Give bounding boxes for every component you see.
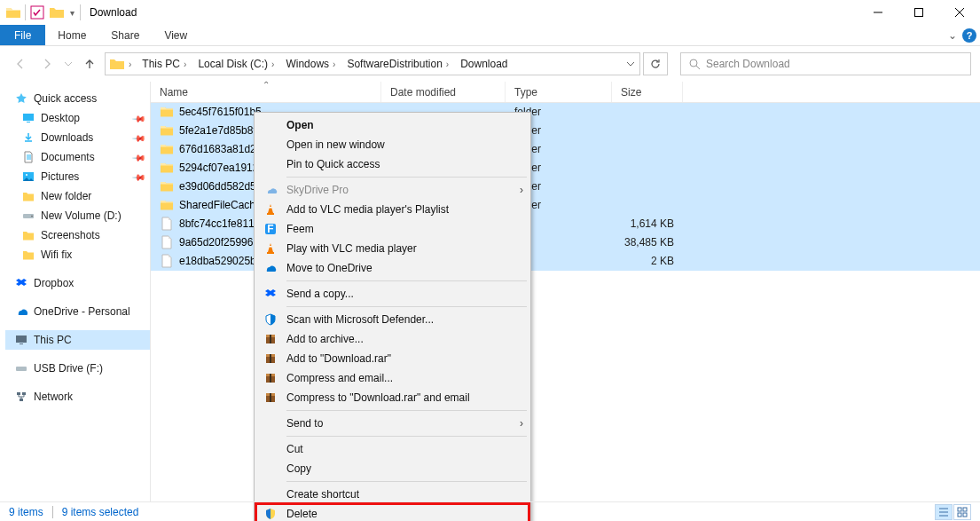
menu-item-pin-quickaccess[interactable]: Pin to Quick access: [256, 154, 529, 174]
breadcrumb-label: Local Disk (C:): [198, 58, 268, 70]
sidebar-item-downloads[interactable]: Downloads📌: [5, 128, 150, 147]
breadcrumb-segment[interactable]: Local Disk (C:)›: [191, 53, 278, 75]
column-header-type[interactable]: Type: [506, 82, 612, 102]
minimize-button[interactable]: [858, 0, 898, 25]
ribbon-expand-icon[interactable]: ⌄: [948, 29, 957, 42]
svg-rect-20: [270, 207, 272, 209]
help-button[interactable]: ?: [962, 28, 976, 43]
dropbox-icon: [14, 276, 28, 290]
star-icon: [14, 91, 28, 106]
address-bar[interactable]: › This PC› Local Disk (C:)› Windows› Sof…: [105, 52, 640, 75]
chevron-right-icon[interactable]: ›: [333, 59, 335, 69]
menu-item-scan-defender[interactable]: Scan with Microsoft Defender...: [256, 310, 529, 329]
menu-item-open[interactable]: Open: [256, 115, 529, 135]
sidebar-item-usb[interactable]: USB Drive (F:): [5, 359, 150, 378]
sidebar-item-label: Documents: [41, 151, 95, 163]
search-placeholder: Search Download: [706, 58, 790, 70]
tab-share[interactable]: Share: [98, 25, 152, 45]
menu-item-add-vlc-playlist[interactable]: Add to VLC media player's Playlist: [256, 200, 529, 219]
menu-item-copy[interactable]: Copy: [256, 459, 529, 478]
status-separator: [52, 506, 53, 518]
monitor-icon: [14, 333, 28, 347]
sidebar-item-label: New folder: [41, 190, 91, 202]
pin-icon: 📌: [132, 150, 146, 164]
sidebar-item-label: New Volume (D:): [41, 209, 122, 222]
breadcrumb-segment[interactable]: Windows›: [278, 53, 340, 75]
menu-item-skydrive[interactable]: SkyDrive Pro›: [256, 180, 529, 200]
sidebar-item-label: Dropbox: [34, 277, 74, 289]
sidebar-item-thispc[interactable]: This PC: [5, 330, 150, 350]
menu-item-compress-downloadrar-email[interactable]: Compress to "Download.rar" and email: [256, 388, 529, 407]
chevron-right-icon[interactable]: ›: [446, 59, 449, 69]
sidebar-item-dropbox[interactable]: Dropbox: [5, 273, 150, 293]
folder-icon: [160, 179, 174, 193]
sidebar-item-desktop[interactable]: Desktop📌: [5, 108, 150, 128]
menu-item-feem[interactable]: FFeem: [256, 219, 529, 239]
svg-rect-36: [270, 393, 271, 402]
chevron-right-icon[interactable]: ›: [271, 59, 274, 69]
qat-dropdown-icon[interactable]: ▾: [68, 8, 76, 18]
search-input[interactable]: Search Download: [680, 52, 971, 75]
folder-icon: [160, 123, 174, 138]
refresh-button[interactable]: [643, 52, 668, 75]
menu-item-send-to[interactable]: Send to›: [256, 414, 529, 433]
sidebar-item-label: Network: [34, 391, 73, 403]
column-header-name[interactable]: Name⌃: [151, 82, 381, 102]
close-button[interactable]: [939, 0, 980, 25]
breadcrumb-segment[interactable]: Download: [453, 53, 512, 75]
menu-item-open-new-window[interactable]: Open in new window: [256, 135, 529, 154]
sidebar-item-quickaccess[interactable]: Quick access: [5, 89, 150, 108]
menu-item-send-copy[interactable]: Send a copy...: [256, 284, 529, 304]
svg-rect-7: [23, 114, 34, 121]
winrar-icon: [262, 330, 279, 348]
column-header-size[interactable]: Size: [612, 82, 683, 102]
column-header-date[interactable]: Date modified: [381, 82, 506, 102]
svg-line-6: [696, 66, 700, 69]
sidebar-item-onedrive[interactable]: OneDrive - Personal: [5, 302, 150, 321]
sidebar-item-screenshots[interactable]: Screenshots: [5, 225, 150, 245]
nav-forward-button[interactable]: [35, 52, 59, 75]
breadcrumb-label: Download: [460, 58, 507, 70]
file-name: 676d1683a81d21: [179, 143, 262, 155]
svg-rect-27: [270, 335, 271, 343]
chevron-right-icon[interactable]: ›: [184, 59, 186, 69]
column-headers: Name⌃ Date modified Type Size: [151, 82, 980, 103]
nav-row: › This PC› Local Disk (C:)› Windows› Sof…: [0, 46, 980, 82]
menu-item-play-vlc[interactable]: Play with VLC media player: [256, 239, 529, 258]
sidebar-item-wififix[interactable]: Wifi fix: [5, 245, 150, 264]
status-count: 9 items: [9, 506, 43, 518]
menu-item-cut[interactable]: Cut: [256, 439, 529, 459]
sidebar-item-pictures[interactable]: Pictures📌: [5, 167, 150, 186]
breadcrumb-label: SoftwareDistribution: [347, 58, 442, 70]
sidebar-item-documents[interactable]: Documents📌: [5, 147, 150, 167]
menu-item-add-archive[interactable]: Add to archive...: [256, 329, 529, 349]
svg-rect-37: [958, 508, 961, 511]
tab-file[interactable]: File: [0, 25, 45, 45]
address-dropdown[interactable]: [622, 53, 639, 75]
svg-rect-33: [270, 374, 271, 383]
qat-properties-icon[interactable]: [29, 4, 45, 20]
tab-view[interactable]: View: [152, 25, 200, 45]
menu-item-compress-email[interactable]: Compress and email...: [256, 368, 529, 388]
qat-newfolder-icon[interactable]: [49, 4, 65, 20]
chevron-right-icon[interactable]: ›: [129, 59, 131, 69]
nav-back-button[interactable]: [9, 52, 32, 75]
sidebar-item-network[interactable]: Network: [5, 387, 150, 407]
file-icon: [160, 217, 174, 231]
menu-item-add-downloadrar[interactable]: Add to "Download.rar": [256, 349, 529, 368]
nav-up-button[interactable]: [78, 52, 101, 75]
drive-icon: [21, 209, 35, 223]
search-icon: [688, 58, 701, 70]
pin-icon: 📌: [132, 111, 146, 125]
sidebar-item-newvolume[interactable]: New Volume (D:): [5, 206, 150, 225]
view-details-button[interactable]: [935, 504, 953, 520]
sidebar-item-newfolder[interactable]: New folder: [5, 186, 150, 206]
folder-icon: [160, 161, 174, 175]
breadcrumb-segment[interactable]: This PC›: [135, 53, 191, 75]
tab-home[interactable]: Home: [45, 25, 98, 45]
view-large-icons-button[interactable]: [953, 504, 971, 520]
maximize-button[interactable]: [898, 0, 939, 25]
menu-item-move-onedrive[interactable]: Move to OneDrive: [256, 258, 529, 278]
breadcrumb-segment[interactable]: SoftwareDistribution›: [340, 53, 453, 75]
nav-recent-dropdown[interactable]: [62, 52, 74, 75]
